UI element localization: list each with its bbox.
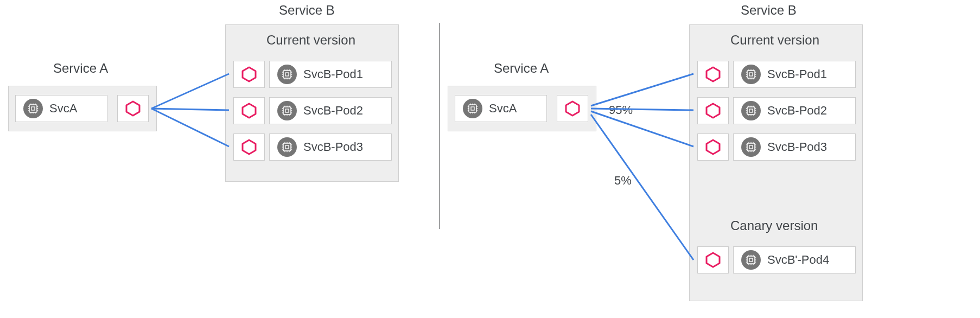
- pod-label: SvcB-Pod2: [767, 104, 827, 118]
- service-a-panel: SvcA: [8, 86, 157, 131]
- weight-current: 95%: [609, 103, 633, 117]
- right-diagram: Service A SvcA Service B Current version…: [440, 0, 980, 318]
- hexagon-icon: [705, 103, 721, 119]
- pod-label: SvcB-Pod2: [303, 104, 363, 118]
- chip-icon: [277, 65, 297, 84]
- pod-row: SvcB-Pod1: [233, 61, 392, 88]
- svca-label: SvcA: [49, 101, 77, 116]
- sidecar-hex-box: [233, 97, 265, 124]
- pod-box: SvcB-Pod1: [733, 61, 856, 88]
- sidecar-hex-box: [697, 97, 729, 124]
- service-a-title: Service A: [53, 61, 108, 76]
- weight-canary: 5%: [614, 174, 632, 188]
- svg-line-16: [151, 109, 229, 110]
- sidecar-hex-box: [117, 95, 149, 122]
- chip-icon: [23, 99, 43, 118]
- pod-row: SvcB-Pod3: [233, 133, 392, 161]
- hexagon-icon: [564, 100, 581, 117]
- pod-box: SvcB-Pod3: [269, 133, 392, 161]
- chip-icon: [741, 101, 761, 120]
- svg-line-17: [151, 109, 229, 147]
- service-a-panel: SvcA: [448, 86, 596, 131]
- svca-label: SvcA: [489, 101, 517, 116]
- chip-icon: [277, 101, 297, 120]
- pod-label: SvcB-Pod1: [767, 67, 827, 81]
- pod-row: SvcB-Pod3: [697, 133, 856, 161]
- svg-line-15: [151, 74, 229, 109]
- svca-box: SvcA: [15, 95, 107, 122]
- hexagon-icon: [241, 103, 257, 119]
- chip-icon: [741, 65, 761, 84]
- pod-box: SvcB-Pod1: [269, 61, 392, 88]
- service-b-title: Service B: [279, 3, 335, 18]
- service-b-title: Service B: [741, 3, 797, 18]
- svg-line-19: [591, 109, 693, 110]
- svg-line-18: [591, 74, 693, 106]
- pod-box: SvcB-Pod2: [733, 97, 856, 124]
- chip-icon: [463, 99, 482, 118]
- svg-line-21: [591, 115, 693, 260]
- pod-box: SvcB-Pod3: [733, 133, 856, 161]
- hexagon-icon: [241, 139, 257, 155]
- canary-pod-row: SvcB'-Pod4: [697, 246, 856, 274]
- canary-pod-box: SvcB'-Pod4: [733, 246, 856, 274]
- service-b-panel: Current version SvcB-Pod1 SvcB-Pod2: [225, 24, 399, 182]
- chip-icon: [277, 137, 297, 157]
- sidecar-hex-box: [557, 95, 588, 122]
- pod-label: SvcB-Pod3: [303, 140, 363, 154]
- left-diagram: Service A SvcA Service B Current version…: [0, 0, 440, 318]
- hexagon-icon: [125, 100, 141, 117]
- chip-icon: [741, 137, 761, 157]
- pod-label: SvcB-Pod3: [767, 140, 827, 154]
- hexagon-icon: [705, 139, 721, 155]
- sidecar-hex-box: [697, 246, 729, 274]
- pod-label: SvcB-Pod1: [303, 67, 363, 81]
- canary-version-label: Canary version: [730, 218, 818, 233]
- chip-icon: [741, 250, 761, 270]
- service-a-title: Service A: [494, 61, 549, 76]
- svg-line-20: [591, 111, 693, 147]
- sidecar-hex-box: [233, 61, 265, 88]
- current-version-label: Current version: [266, 33, 355, 48]
- pod-row: SvcB-Pod2: [233, 97, 392, 124]
- current-version-label: Current version: [730, 33, 819, 48]
- pod-box: SvcB-Pod2: [269, 97, 392, 124]
- canary-pod-label: SvcB'-Pod4: [767, 253, 829, 267]
- hexagon-icon: [705, 66, 721, 82]
- sidecar-hex-box: [233, 133, 265, 161]
- hexagon-icon: [241, 66, 257, 82]
- sidecar-hex-box: [697, 133, 729, 161]
- pod-row: SvcB-Pod1: [697, 61, 856, 88]
- svca-box: SvcA: [455, 95, 547, 122]
- pod-row: SvcB-Pod2: [697, 97, 856, 124]
- sidecar-hex-box: [697, 61, 729, 88]
- hexagon-icon: [705, 252, 721, 268]
- service-b-panel: Current version SvcB-Pod1 SvcB-Pod2: [689, 24, 863, 301]
